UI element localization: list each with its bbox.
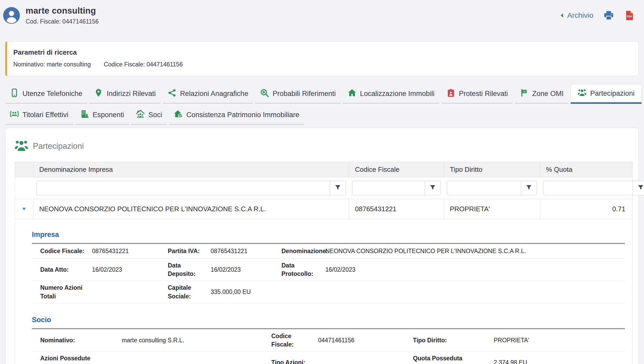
map-flag-icon — [520, 88, 528, 99]
socio-row: Azioni Possedute Vincolate: Tipo Azioni:… — [32, 351, 625, 364]
tab-bar-secondary: Titolari Effettivi Esponenti Soci Consis… — [0, 106, 644, 125]
filter-funnel-icon — [637, 184, 644, 192]
tab-relazioni-anagrafiche[interactable]: Relazioni Anagrafiche — [163, 85, 253, 104]
tab-consistenza-patrimonio-immobiliare[interactable]: Consistenza Patrimonio Immobiliare — [169, 106, 304, 125]
id-badge-icon — [446, 88, 455, 99]
section-title: Partecipazioni — [33, 141, 84, 151]
house-icon — [348, 88, 356, 99]
tab-zone-omi[interactable]: Zone OMI — [515, 85, 568, 104]
search-param-nominativo: Nominativo:marte consulting — [13, 61, 92, 68]
svg-text:PDF: PDF — [627, 15, 632, 18]
map-pin-icon — [94, 88, 103, 99]
filter-funnel-icon — [429, 184, 436, 192]
filter-input-denominazione[interactable] — [37, 181, 330, 195]
avatar — [3, 7, 20, 24]
column-header-codice-fiscale: Codice Fiscale — [349, 162, 444, 177]
column-header-tipo-diritto: Tipo Diritto — [444, 162, 540, 177]
tab-partecipazioni[interactable]: Partecipazioni — [571, 84, 642, 104]
column-header-expander — [15, 162, 33, 177]
tab-probabili-riferimenti[interactable]: Probabili Riferimenti — [255, 85, 341, 104]
share-nodes-icon — [168, 88, 176, 99]
impresa-row: Data Atto: 16/02/2023 Data Deposito: 16/… — [32, 259, 625, 281]
filter-input-quota[interactable] — [543, 181, 633, 195]
archive-link[interactable]: Archivio — [560, 11, 593, 20]
tab-localizzazione-immobili[interactable]: Localizzazione Immobili — [343, 85, 439, 104]
tab-esponenti[interactable]: Esponenti — [76, 106, 129, 125]
socio-detail-table: Nominativo: marte consulting S.R.L. Codi… — [32, 328, 625, 364]
tab-protesti-rilevati[interactable]: Protesti Rilevati — [442, 85, 513, 104]
filter-button-codice-fiscale[interactable] — [425, 181, 440, 195]
impresa-row: Codice Fiscale: 08765431221 Partita IVA:… — [32, 244, 625, 259]
users-icon — [578, 88, 586, 99]
filter-button-quota[interactable] — [633, 181, 644, 195]
socio-row: Nominativo: marte consulting S.R.L. Codi… — [32, 329, 625, 351]
printer-icon[interactable] — [603, 10, 614, 21]
building-user-icon — [80, 110, 89, 120]
cell-denominazione: NEONOVA CONSORZIO POLITECNICO PER L'INNO… — [33, 199, 349, 219]
column-header-denominazione: Denominazione Impresa — [33, 162, 349, 177]
filter-funnel-icon — [335, 184, 341, 192]
impresa-row: Numero Azioni Totali Capitale Sociale: 3… — [32, 281, 625, 303]
tab-indirizzi-rilevati[interactable]: Indirizzi Rilevati — [89, 85, 160, 104]
tab-utenze-telefoniche[interactable]: Utenze Telefoniche — [5, 85, 87, 104]
users-icon — [15, 139, 28, 153]
filter-input-tipo-diritto[interactable] — [447, 181, 521, 195]
search-param-codice-fiscale: Codice Fiscale:04471461156 — [104, 61, 184, 68]
pdf-export-icon[interactable]: PDF — [624, 10, 635, 21]
tab-titolari-effettivi[interactable]: Titolari Effettivi — [5, 106, 73, 125]
cell-tipo-diritto: PROPRIETA' — [444, 199, 540, 219]
cell-codice-fiscale: 08765431221 — [349, 199, 444, 219]
search-parameters-title: Parametri di ricerca — [13, 48, 631, 56]
row-expander-icon[interactable] — [15, 199, 33, 219]
house-users-icon — [136, 110, 145, 120]
row-detail-panel: Impresa Codice Fiscale: 08765431221 Part… — [15, 219, 632, 364]
table-filter-row — [15, 177, 632, 199]
users-parentheses-icon — [10, 110, 19, 120]
search-location-icon — [260, 88, 269, 99]
tab-soci[interactable]: Soci — [131, 106, 167, 125]
page-header: marte consulting Cod. Fiscale: 044714611… — [0, 0, 644, 28]
page-title: marte consulting — [26, 6, 99, 16]
tab-bar-primary: Utenze Telefoniche Indirizzi Rilevati Re… — [0, 84, 644, 104]
socio-heading: Socio — [32, 316, 625, 324]
filter-funnel-icon — [526, 184, 532, 192]
impresa-detail-table: Codice Fiscale: 08765431221 Partita IVA:… — [32, 243, 625, 303]
search-parameters-card: Parametri di ricerca Nominativo:marte co… — [5, 41, 639, 76]
filter-input-codice-fiscale[interactable] — [352, 181, 425, 195]
filter-button-tipo-diritto[interactable] — [521, 181, 537, 195]
column-header-quota: % Quota — [540, 162, 632, 177]
back-arrow-icon — [560, 13, 565, 18]
impresa-heading: Impresa — [32, 231, 625, 239]
partecipazioni-panel: Partecipazioni Denominazione Impresa Cod… — [5, 128, 639, 364]
house-check-icon — [174, 110, 183, 120]
table-header-row: Denominazione Impresa Codice Fiscale Tip… — [15, 162, 632, 177]
filter-button-denominazione[interactable] — [330, 181, 346, 195]
partecipazioni-table: Denominazione Impresa Codice Fiscale Tip… — [15, 162, 632, 364]
table-row[interactable]: NEONOVA CONSORZIO POLITECNICO PER L'INNO… — [15, 199, 632, 219]
mobile-phone-icon — [10, 88, 19, 99]
fiscal-code-subtitle: Cod. Fiscale: 04471461156 — [26, 18, 99, 25]
cell-quota: 0.71 — [540, 199, 632, 219]
